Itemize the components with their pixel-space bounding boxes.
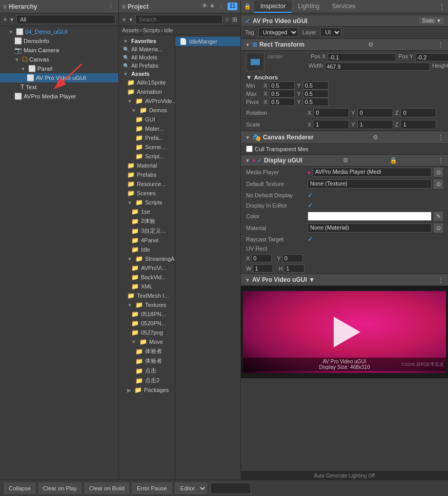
asset-allin1[interactable]: 📁 AllIn1Sprite: [119, 78, 175, 87]
uv-y-input[interactable]: [282, 254, 303, 262]
static-badge[interactable]: Static ▼: [419, 17, 444, 24]
cull-transparent-checkbox[interactable]: [246, 146, 253, 152]
color-picker-btn[interactable]: ✎: [434, 212, 443, 221]
asset-xml[interactable]: 📁 XML: [119, 282, 175, 291]
tag-dropdown[interactable]: Untagged: [258, 28, 298, 37]
tree-item-avpro[interactable]: ⬜ AV Pro Video uGUI: [0, 73, 118, 82]
display-ugui-lock-icon[interactable]: 🔒: [390, 157, 397, 164]
scale-y-input[interactable]: [357, 120, 393, 129]
asset-move[interactable]: ▼ 📁 Move: [119, 337, 175, 346]
tree-item-panel[interactable]: ▼ ⬜ Panel: [0, 64, 118, 73]
asset-scenes[interactable]: 📁 Scenes: [119, 189, 175, 198]
hierarchy-dropdown-icon[interactable]: ▼: [9, 17, 14, 23]
default-texture-pick-btn[interactable]: ⊙: [434, 179, 443, 189]
project-search-input[interactable]: [135, 15, 222, 24]
asset-avprovi[interactable]: 📁 AVProVi...: [119, 263, 175, 273]
project-add-icon[interactable]: +: [122, 15, 126, 24]
asset-click2[interactable]: 📁 点击2: [119, 376, 175, 385]
inspector-menu-icon[interactable]: ⋮: [436, 1, 448, 12]
asset-animation[interactable]: 📁 Animation: [119, 87, 175, 96]
canvas-renderer-header[interactable]: ▼ 🎭 Canvas Renderer ⚙ ⋮: [241, 131, 448, 144]
rot-x-input[interactable]: [313, 108, 349, 117]
scale-z-input[interactable]: [400, 120, 436, 129]
asset-0518[interactable]: 📁 0518PN...: [119, 309, 175, 319]
asset-2exp[interactable]: 📁 2体验: [119, 216, 175, 226]
raycast-target-checkbox[interactable]: ✓: [308, 235, 313, 243]
tree-item-demoinfo[interactable]: ⬜ DemoInfo: [0, 36, 118, 46]
asset-demos[interactable]: ▼ 📁 Demos: [119, 106, 175, 115]
favorites-section[interactable]: ▼ Favorites: [119, 37, 175, 45]
tree-item-text[interactable]: T Text: [0, 82, 118, 92]
asset-textures[interactable]: ▼ 📁 Textures: [119, 300, 175, 309]
clear-play-button[interactable]: Clear on Play: [38, 483, 82, 494]
media-player-pick-btn[interactable]: ⊙: [434, 168, 443, 177]
tab-lighting[interactable]: Lighting: [292, 1, 325, 13]
collapse-button[interactable]: Collapse: [4, 483, 35, 494]
asset-prefabs[interactable]: 📁 Prefabs: [119, 170, 175, 179]
inspector-lock-icon[interactable]: 🔒: [241, 1, 254, 12]
rect-visual[interactable]: [246, 53, 264, 71]
asset-exp2[interactable]: 📁 体验者: [119, 356, 175, 366]
fav-all-prefabs[interactable]: 🔍 All Prefabs: [119, 61, 175, 70]
asset-exp1[interactable]: 📁 体验者: [119, 346, 175, 356]
layer-dropdown[interactable]: UI: [320, 28, 341, 37]
asset-idle[interactable]: 📁 Idle: [119, 245, 175, 254]
asset-material[interactable]: 📁 Material: [119, 161, 175, 170]
console-search-input[interactable]: [210, 483, 251, 494]
asset-scene[interactable]: 📁 Scene...: [119, 142, 175, 152]
tree-item-04demo[interactable]: ▼ ⬜ 04_Demo_uGUI: [0, 27, 118, 36]
project-grid-icon[interactable]: ⊞: [232, 16, 237, 23]
project-menu-icon[interactable]: ⋮: [217, 3, 226, 10]
display-ugui-settings-icon[interactable]: ⚙: [343, 157, 349, 164]
asset-textmesh[interactable]: 📁 TextMesh I...: [119, 291, 175, 300]
project-add-dropdown-icon[interactable]: ▼: [128, 17, 133, 23]
pos-y-input[interactable]: [415, 53, 448, 61]
breadcrumb-idle[interactable]: Idle: [164, 27, 173, 33]
display-in-editor-checkbox[interactable]: ✓: [308, 201, 313, 209]
error-pause-button[interactable]: Error Pause: [132, 483, 172, 494]
fav-all-materials[interactable]: 🔍 All Materia...: [119, 45, 175, 53]
hierarchy-add-icon[interactable]: +: [3, 15, 7, 24]
canvas-renderer-more-icon[interactable]: ⋮: [438, 134, 444, 141]
display-ugui-more-icon[interactable]: ⋮: [438, 157, 444, 164]
hierarchy-menu-icon[interactable]: ⋮: [107, 3, 115, 10]
asset-4panel[interactable]: 📁 4Panel: [119, 236, 175, 245]
project-eye-icon[interactable]: 👁: [202, 3, 208, 10]
fav-all-models[interactable]: 🔍 All Models: [119, 53, 175, 61]
tree-item-maincam[interactable]: 📷 Main Camera: [0, 46, 118, 55]
tree-item-canvas[interactable]: ▼ ☐ Canvas: [0, 55, 118, 64]
asset-avprovide[interactable]: ▼ 📁 AVProVide...: [119, 96, 175, 106]
rect-more-icon[interactable]: ⋮: [438, 41, 444, 48]
uv-w-input[interactable]: [253, 264, 273, 273]
asset-backvid[interactable]: 📁 BackVid...: [119, 273, 175, 282]
asset-1se[interactable]: 📁 1se: [119, 207, 175, 216]
asset-gui[interactable]: 📁 GUI: [119, 115, 175, 124]
material-pick-btn[interactable]: ⊙: [434, 223, 443, 233]
width-input[interactable]: [325, 63, 430, 71]
min-y-input[interactable]: [303, 81, 329, 90]
hierarchy-search-input[interactable]: [16, 15, 115, 24]
max-y-input[interactable]: [303, 90, 329, 98]
rect-settings-icon[interactable]: ⚙: [368, 41, 374, 48]
canvas-renderer-settings-icon[interactable]: ⚙: [373, 134, 378, 141]
pos-x-input[interactable]: [328, 53, 396, 61]
asset-resource[interactable]: 📁 Resource...: [119, 179, 175, 189]
asset-streaming[interactable]: ▼ 📁 StreamingA...: [119, 254, 175, 263]
avpro-section-header[interactable]: ▼ AV Pro Video uGUI ▼ ⋮: [241, 274, 448, 286]
pivot-y-input[interactable]: [303, 98, 329, 106]
breadcrumb-scripts[interactable]: Scripts: [143, 27, 160, 33]
rot-y-input[interactable]: [357, 108, 393, 117]
uv-h-input[interactable]: [284, 264, 304, 273]
asset-script[interactable]: 📁 Script...: [119, 152, 175, 161]
tab-services[interactable]: Services: [325, 1, 361, 13]
project-star-icon[interactable]: ★: [210, 3, 215, 10]
display-ugui-header[interactable]: ▼ ♦ ✓ Display uGUI ⚙ 🔒 ⋮: [241, 154, 448, 167]
pivot-x-input[interactable]: [269, 98, 295, 106]
avpro-section-more-icon[interactable]: ⋮: [438, 276, 444, 283]
project-filter-icon[interactable]: ☆: [225, 16, 230, 23]
tab-inspector[interactable]: Inspector: [254, 1, 292, 13]
rect-transform-header[interactable]: ▼ ⊞ Rect Transform ⚙ ⋮: [241, 38, 448, 51]
editor-dropdown[interactable]: Editor: [175, 483, 207, 494]
asset-click1[interactable]: 📁 点击: [119, 366, 175, 376]
asset-prefa[interactable]: 📁 Prefa...: [119, 133, 175, 142]
